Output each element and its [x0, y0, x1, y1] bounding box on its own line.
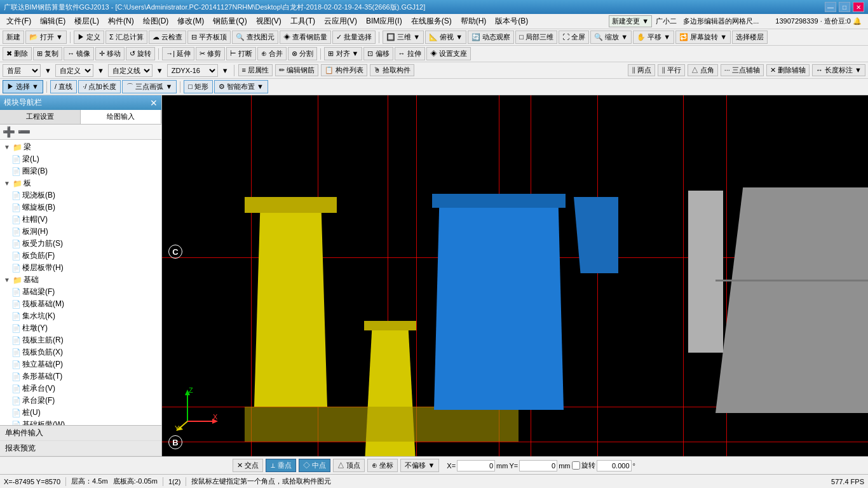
- cloud-check[interactable]: ☁ 云检查: [149, 30, 186, 44]
- zoom[interactable]: 🔍 缩放 ▼: [590, 30, 632, 44]
- open-button[interactable]: 📂 打开 ▼: [25, 30, 67, 44]
- menu-view[interactable]: 视图(V): [252, 15, 285, 28]
- tree-item-zhumao[interactable]: 📄柱帽(V): [9, 214, 160, 226]
- tree-item-xianjiao[interactable]: 📄现浇板(B): [9, 189, 160, 201]
- 3d-button[interactable]: 🔲 三维 ▼: [383, 30, 424, 44]
- tree-item-banfujin[interactable]: 📄板负筋(F): [9, 250, 160, 262]
- define-button[interactable]: ▶ 定义: [74, 30, 104, 44]
- menu-draw[interactable]: 绘图(D): [139, 15, 173, 28]
- mirror-button[interactable]: ↔ 镜像: [64, 47, 94, 60]
- length-annotation[interactable]: ↔ 长度标注 ▼: [812, 64, 865, 76]
- custom-select[interactable]: 自定义: [55, 64, 93, 77]
- extend-button[interactable]: →| 延伸: [162, 47, 194, 60]
- tree-item-quanliang[interactable]: 📄 圈梁(B): [9, 165, 160, 177]
- pick-component[interactable]: 🖱 拾取构件: [370, 64, 414, 76]
- sum-button[interactable]: Σ 汇总计算: [105, 30, 147, 44]
- tree-item-zhuangtai[interactable]: 📄桩承台(V): [9, 383, 160, 395]
- menu-edit[interactable]: 编辑(E): [36, 15, 69, 28]
- parallel[interactable]: ∥ 平行: [658, 64, 685, 76]
- break-button[interactable]: ⊢ 打断: [226, 47, 256, 60]
- tree-item-duli[interactable]: 📄独立基础(P): [9, 358, 160, 370]
- polygon-editor[interactable]: 多边形编辑器的网格尺...: [681, 17, 761, 26]
- minimize-button[interactable]: —: [825, 2, 836, 12]
- rotate-button[interactable]: ↺ 旋转: [126, 47, 155, 60]
- dynamic-view[interactable]: 🔄 动态观察: [468, 30, 514, 44]
- line-tool[interactable]: / 直线: [50, 80, 77, 93]
- tree-item-loudai[interactable]: 📄楼层板带(H): [9, 262, 160, 274]
- align-top[interactable]: ⊟ 平齐板顶: [187, 30, 231, 44]
- snap-no-offset[interactable]: 不偏移 ▼: [400, 459, 439, 472]
- offset-button[interactable]: ⊡ 偏移: [363, 47, 393, 60]
- view-rebar[interactable]: ◈ 查看钢筋量: [280, 30, 331, 44]
- menu-component[interactable]: 构件(N): [104, 15, 138, 28]
- align-button[interactable]: ⊞ 对齐 ▼: [324, 47, 362, 60]
- tree-item-fabanfujin[interactable]: 📄筏板负筋(X): [9, 346, 160, 358]
- tree-item-tiaoxing[interactable]: 📄条形基础(T): [9, 370, 160, 383]
- stretch-button[interactable]: ↔ 拉伸: [395, 47, 425, 60]
- viewport[interactable]: C B Z X Y: [162, 95, 868, 456]
- minus-icon[interactable]: ➖: [18, 126, 31, 138]
- rect-tool[interactable]: □ 矩形: [184, 80, 213, 93]
- copy-button[interactable]: ⊞ 复制: [33, 47, 62, 60]
- menu-version[interactable]: 版本号(B): [491, 15, 532, 28]
- tree-group-slab[interactable]: ▼ 📁 板: [1, 177, 160, 189]
- snap-vertex[interactable]: △ 顶点: [333, 459, 365, 472]
- tree-item-luoxuan[interactable]: 📄螺旋板(B): [9, 201, 160, 214]
- edit-rebar[interactable]: ✏ 编辑钢筋: [275, 64, 318, 76]
- layer-props[interactable]: ≡ 层属性: [238, 64, 273, 76]
- batch-select[interactable]: ✓ 批量选择: [332, 30, 376, 44]
- pan[interactable]: ✋ 平移 ▼: [633, 30, 674, 44]
- rotate-screen[interactable]: 🔁 屏幕旋转 ▼: [675, 30, 731, 44]
- menu-rebar[interactable]: 钢筋量(Q): [209, 15, 250, 28]
- add-length-tool[interactable]: ·/ 点加长度: [78, 80, 121, 93]
- custom-line-select[interactable]: 自定义线: [108, 64, 153, 77]
- menu-floor[interactable]: 楼层(L): [71, 15, 103, 28]
- tab-project-settings[interactable]: 工程设置: [0, 110, 81, 124]
- snap-coord[interactable]: ⊕ 坐标: [367, 459, 398, 472]
- tree-item-zhuang[interactable]: 📄桩(U): [9, 407, 160, 419]
- tree-item-zhudun[interactable]: 📄柱墩(Y): [9, 322, 160, 334]
- tree-item-shouliji[interactable]: 📄板受力筋(S): [9, 238, 160, 250]
- snap-perpendicular[interactable]: ⊥ 垂点: [266, 459, 296, 472]
- tree-item-jichudai[interactable]: 📄基础板带(W): [9, 419, 160, 425]
- close-button[interactable]: ✕: [853, 2, 864, 12]
- top-view[interactable]: 📐 俯视 ▼: [425, 30, 466, 44]
- menu-bim[interactable]: BIM应用(I): [362, 15, 406, 28]
- tab-draw-input[interactable]: 绘图输入: [81, 110, 161, 124]
- tree-item-bandong[interactable]: 📄板洞(H): [9, 226, 160, 238]
- y-input[interactable]: [519, 460, 557, 471]
- set-support[interactable]: ◈ 设置支座: [426, 47, 471, 60]
- rotate-input[interactable]: [597, 460, 632, 471]
- menu-help[interactable]: 帮助(H): [457, 15, 491, 28]
- new-button[interactable]: 新建: [3, 30, 24, 44]
- tree-group-beam[interactable]: ▼ 📁 梁: [1, 141, 160, 153]
- menu-file[interactable]: 文件(F): [3, 15, 35, 28]
- zdyx-select[interactable]: ZDYX-16: [167, 64, 218, 77]
- floor-select[interactable]: 首层: [3, 64, 41, 77]
- arc-tool[interactable]: ⌒ 三点画弧 ▼: [122, 80, 177, 93]
- new-change-button[interactable]: 新建变更 ▼: [609, 15, 652, 27]
- menu-tools[interactable]: 工具(T): [287, 15, 319, 28]
- delete-button[interactable]: ✖ 删除: [3, 47, 32, 60]
- tree-item-faban[interactable]: 📄筏板基础(M): [9, 298, 160, 310]
- tree-item-jichuLiang[interactable]: 📄基础梁(F): [9, 286, 160, 298]
- component-list[interactable]: 📋 构件列表: [321, 64, 367, 76]
- find-element[interactable]: 🔍 查找图元: [232, 30, 278, 44]
- angle-point[interactable]: △ 点角: [688, 64, 718, 76]
- snap-intersection[interactable]: ✕ 交点: [233, 459, 263, 472]
- tree-item-chengtailiang[interactable]: 📄承台梁(F): [9, 395, 160, 407]
- menu-cloud[interactable]: 云应用(V): [320, 15, 361, 28]
- move-button[interactable]: ✛ 移动: [95, 47, 125, 60]
- report-preview[interactable]: 报表预览: [0, 441, 161, 456]
- three-point-axis[interactable]: ··· 三点辅轴: [721, 64, 764, 76]
- select-floor[interactable]: 选择楼层: [732, 30, 768, 44]
- del-axis[interactable]: ✕ 删除辅轴: [766, 64, 810, 76]
- snap-midpoint[interactable]: ◇ 中点: [299, 459, 330, 472]
- trim-button[interactable]: ✂ 修剪: [196, 47, 225, 60]
- local-3d[interactable]: □ 局部三维: [515, 30, 557, 44]
- fullscreen[interactable]: ⛶ 全屏: [559, 30, 589, 44]
- smart-place[interactable]: ⚙ 智能布置 ▼: [214, 80, 268, 93]
- split-button[interactable]: ⊗ 分割: [288, 47, 317, 60]
- two-point[interactable]: ∥ 两点: [628, 64, 655, 76]
- maximize-button[interactable]: □: [839, 2, 850, 12]
